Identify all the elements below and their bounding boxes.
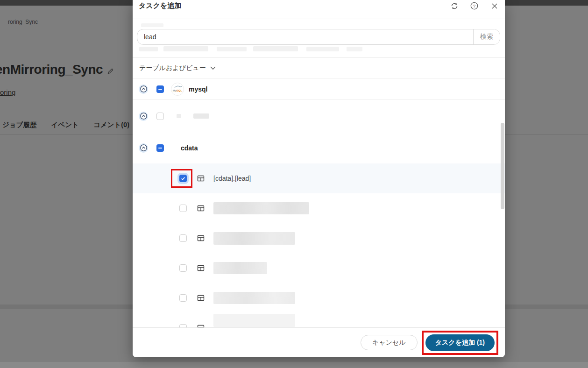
tree-row-connection: MySQL mysql xyxy=(133,78,505,100)
refresh-icon[interactable] xyxy=(450,2,458,10)
tree-row-table-selected: [cdata].[lead] xyxy=(133,163,505,193)
checkbox-schema[interactable] xyxy=(156,113,164,120)
add-task-modal: タスクを追加 ? xyxy=(133,0,505,357)
chevron-down-icon xyxy=(210,66,216,70)
checkbox-table[interactable] xyxy=(179,294,187,302)
connection-label: mysql xyxy=(189,85,207,93)
tree-row-table xyxy=(133,283,505,313)
redacted-text xyxy=(217,47,247,51)
modal-header-icons: ? xyxy=(450,1,498,10)
mysql-icon: MySQL xyxy=(171,83,184,96)
collapse-toggle-button[interactable] xyxy=(139,112,148,121)
svg-text:?: ? xyxy=(473,3,475,8)
search-box: 検索 xyxy=(137,29,500,45)
redacted-label xyxy=(193,113,209,119)
checkbox-table-checked[interactable] xyxy=(179,175,187,182)
table-icon xyxy=(197,264,205,272)
checkbox-table[interactable] xyxy=(179,205,187,212)
collapse-toggle-button[interactable] xyxy=(139,143,148,153)
cancel-button[interactable]: キャンセル xyxy=(361,335,418,350)
checkbox-table[interactable] xyxy=(179,234,187,242)
scrollbar-thumb[interactable] xyxy=(501,123,504,209)
tree-row-table xyxy=(133,223,505,253)
modal-header: タスクを追加 ? xyxy=(133,0,505,19)
search-button[interactable]: 検索 xyxy=(473,29,500,44)
redacted-label xyxy=(213,292,295,304)
modal-title: タスクを追加 xyxy=(139,1,181,10)
tree-row-schema: cdata xyxy=(133,132,505,163)
table-label: [cdata].[lead] xyxy=(213,175,251,182)
svg-text:MySQL: MySQL xyxy=(173,89,183,92)
chevron-up-circle-icon xyxy=(140,113,147,120)
tree-row-schema xyxy=(133,100,505,132)
checkbox-table[interactable] xyxy=(179,264,187,272)
table-icon xyxy=(197,234,205,242)
redacted-label xyxy=(213,262,267,274)
close-icon[interactable] xyxy=(490,2,498,10)
tree-row-table xyxy=(133,253,505,283)
checkbox-connection[interactable] xyxy=(156,85,164,93)
redacted-text xyxy=(141,23,163,27)
collapse-toggle-button[interactable] xyxy=(139,85,148,94)
redacted-label xyxy=(177,114,181,118)
checkbox-table[interactable] xyxy=(179,324,187,327)
modal-footer: キャンセル タスクを追加 (1) xyxy=(133,327,505,357)
redacted-label xyxy=(213,202,309,214)
redacted-label xyxy=(213,314,295,327)
help-icon[interactable]: ? xyxy=(470,2,478,10)
redacted-text xyxy=(253,46,298,51)
schema-label: cdata xyxy=(181,144,198,152)
object-type-filter[interactable]: テーブルおよびビュー xyxy=(133,57,505,78)
chevron-up-circle-icon xyxy=(140,85,147,92)
indeterminate-dash xyxy=(158,148,162,149)
redacted-text xyxy=(139,47,158,51)
redacted-label xyxy=(213,232,295,245)
indeterminate-dash xyxy=(158,89,162,90)
filter-label: テーブルおよびビュー xyxy=(139,64,206,72)
table-icon xyxy=(197,205,205,212)
add-task-button[interactable]: タスクを追加 (1) xyxy=(425,334,495,351)
table-icon xyxy=(197,175,205,182)
checkbox-schema[interactable] xyxy=(156,144,164,152)
table-icon xyxy=(197,294,205,302)
search-input[interactable] xyxy=(137,29,473,44)
tree-row-table-clipped xyxy=(133,313,505,327)
chevron-up-circle-icon xyxy=(140,144,147,151)
highlight-box-submit: タスクを追加 (1) xyxy=(422,331,498,355)
table-icon xyxy=(197,324,205,327)
redacted-text xyxy=(306,47,339,51)
tree-row-table xyxy=(133,193,505,223)
redacted-text xyxy=(163,46,208,51)
redacted-text xyxy=(347,47,362,51)
